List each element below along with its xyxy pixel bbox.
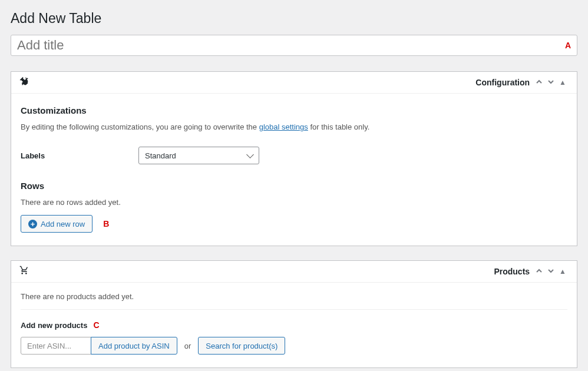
products-empty-text: There are no products added yet. [21,292,567,301]
add-products-heading: Add new products [21,321,87,330]
customizations-description: By editing the following customizations,… [21,122,567,131]
configuration-header: Configuration ▲ [11,72,577,94]
annotation-a: A [565,41,571,50]
chevron-up-icon[interactable] [533,78,545,87]
chevron-down-icon[interactable] [545,78,557,87]
divider [21,309,567,310]
collapse-icon[interactable]: ▲ [557,267,569,276]
products-metabox: Products ▲ There are no products added y… [11,260,577,368]
search-products-button[interactable]: Search for product(s) [198,337,285,355]
configuration-title: Configuration [475,78,530,87]
labels-select[interactable]: Standard [138,147,259,164]
add-product-by-asin-button[interactable]: Add product by ASIN [91,337,177,355]
page-title: Add New Table [11,11,577,26]
annotation-b: B [103,219,109,228]
add-new-row-button[interactable]: + Add new row [21,215,93,233]
annotation-c: C [93,320,99,330]
plus-circle-icon: + [28,220,37,228]
cart-icon [19,266,31,277]
rows-heading: Rows [21,181,567,191]
plug-icon [19,77,31,88]
or-text: or [184,342,191,350]
labels-label: Labels [21,151,138,160]
customizations-heading: Customizations [21,105,567,115]
global-settings-link[interactable]: global settings [259,122,308,131]
chevron-down-icon[interactable] [545,267,557,276]
title-input[interactable] [17,38,560,53]
collapse-icon[interactable]: ▲ [557,78,569,87]
asin-input[interactable] [21,337,91,355]
products-header: Products ▲ [11,261,577,283]
products-title: Products [494,267,530,276]
configuration-metabox: Configuration ▲ Customizations By editin… [11,71,577,246]
rows-empty-text: There are no rows added yet. [21,198,567,207]
chevron-up-icon[interactable] [533,267,545,276]
title-input-wrapper[interactable]: A [11,35,577,56]
